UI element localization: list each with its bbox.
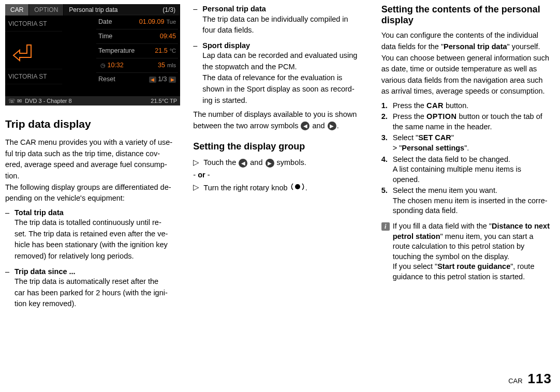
text-fragment: button or touch the tab of: [457, 112, 542, 120]
label-time: Time: [98, 32, 112, 41]
dash-bullet: –: [5, 267, 14, 310]
clock-icon: ◷: [100, 62, 106, 68]
body-text: as date, time or outside temperature as …: [381, 64, 555, 74]
text-fragment: Touch the: [203, 158, 238, 167]
text-fragment: ": [451, 133, 454, 142]
mail-icon: ✉: [17, 98, 22, 104]
item-sport-display-title: Sport display: [202, 41, 366, 51]
body-text: removed) for relatively long periods.: [14, 251, 179, 262]
bold-term: Start route guidance: [437, 262, 510, 270]
text-fragment: Select ": [393, 133, 418, 142]
text-fragment: " menu item, you can start a: [440, 232, 534, 240]
body-text: You can choose between general informati…: [381, 53, 555, 64]
tab-title: Personal trip data: [69, 6, 117, 14]
text-fragment: .: [337, 122, 339, 130]
text-fragment: and: [248, 158, 264, 167]
left-arrow-circle-icon: ◀: [239, 159, 247, 168]
tab-count: (1/3): [163, 6, 175, 14]
text-fragment: between the two arrow symbols: [193, 122, 300, 130]
text-fragment: sponding data field.: [393, 206, 458, 215]
bold-term: SET CAR: [418, 133, 451, 142]
button-caps: OPTION: [426, 112, 457, 120]
body-text: data fields for the "Personal trip data"…: [381, 42, 555, 52]
text-fragment: > ": [393, 144, 402, 152]
value-date-suffix: Tue: [166, 19, 176, 25]
prev-arrow-icon: ◀: [149, 77, 156, 83]
info-text: If you fill a data field with the "Dista…: [393, 221, 550, 282]
bold-term: Personal settings: [402, 144, 464, 152]
phone-icon: ☏: [8, 98, 16, 104]
pcm-screenshot: CAR OPTION Personal trip data (1/3) VICT…: [5, 4, 180, 105]
body-text: Lap data can be recorded and evaluated u…: [202, 51, 366, 61]
body-text: four data fields.: [202, 25, 366, 36]
next-arrow-icon: ▶: [169, 77, 176, 83]
body-text: various data fields from the navigation …: [381, 76, 555, 86]
text-fragment: and: [310, 122, 327, 130]
bottom-status: 21.5°C TP: [151, 97, 177, 105]
heading-set-personal-display: Setting the contents of the personal dis…: [381, 4, 555, 25]
text-fragment: The chosen menu item is inserted in the …: [393, 197, 548, 205]
item-total-trip-title: Total trip data: [14, 208, 179, 218]
heading-trip-data: Trip data display: [5, 117, 179, 131]
body-text: shown in the Sport display as soon as re…: [202, 84, 366, 95]
turn-left-arrow-icon: [11, 41, 36, 66]
body-text: The CAR menu provides you with a variety…: [5, 138, 179, 148]
step-text: Select "SET CAR" > "Personal settings".: [393, 133, 555, 153]
step-text: Turn the right rotary knob .: [203, 183, 307, 194]
page-footer: CAR 113: [508, 370, 552, 388]
body-text: the stopwatch and the PCM.: [202, 62, 366, 72]
text-fragment: Press the: [393, 112, 426, 120]
body-text: The following display groups are differe…: [5, 183, 179, 193]
body-text: ing is started.: [202, 96, 366, 106]
button-caps: CAR: [426, 101, 444, 110]
tab-option: OPTION: [29, 4, 64, 16]
body-text: You can configure the contents of the in…: [381, 31, 555, 41]
text-fragment: symbols.: [275, 158, 306, 167]
right-arrow-circle-icon: ▶: [328, 122, 336, 130]
text-fragment: the same name in the header.: [393, 123, 492, 131]
step-text: Select the data field to be changed. A l…: [393, 155, 555, 185]
heading-set-display-group: Setting the display group: [193, 140, 366, 153]
reset-label: Reset: [98, 75, 115, 84]
step-number: 1.: [381, 101, 393, 111]
svg-point-0: [295, 184, 300, 189]
body-text: tion key removed).: [14, 299, 179, 309]
value-time: 09:45: [160, 32, 176, 41]
or-separator: - or -: [193, 170, 366, 180]
body-text: The number of displays available to you …: [193, 110, 366, 120]
body-text: car has been parked for 2 hours (with th…: [14, 288, 179, 298]
step-number: 2.: [381, 112, 393, 132]
triangle-bullet-icon: ▷: [193, 183, 203, 194]
text-fragment: Select the data field to be changed.: [393, 155, 510, 163]
value-eta: 10:32: [107, 62, 123, 69]
step-number: 3.: [381, 133, 393, 153]
body-text: The trip data can be individually compil…: [202, 14, 366, 25]
text-fragment: button.: [444, 101, 468, 110]
value-date: 01.09.09: [139, 18, 165, 25]
body-text: tion.: [5, 171, 179, 182]
text-fragment: ".: [464, 144, 469, 152]
value-dist-unit: mls: [167, 62, 176, 68]
step-text: Select the menu item you want. The chose…: [393, 186, 555, 216]
item-trip-since-title: Trip data since ...: [14, 267, 179, 277]
body-text: between the two arrow symbols ◀ and ▶.: [193, 121, 366, 131]
dash-bullet: –: [5, 208, 14, 263]
text-fragment: If you fill a data field with the ": [393, 222, 492, 230]
text-fragment: .: [305, 183, 307, 191]
text-fragment: " yourself.: [507, 42, 540, 51]
text-fragment: data fields for the ": [381, 42, 444, 51]
route-stop-1: VICTORIA ST: [5, 17, 62, 32]
tab-title-bar: Personal trip data (1/3): [64, 4, 180, 16]
label-temp: Temperature: [98, 47, 135, 55]
footer-section: CAR: [508, 376, 522, 386]
step-text: Press the OPTION button or touch the tab…: [393, 112, 555, 132]
tab-car: CAR: [5, 4, 29, 16]
body-text: ered, average speed and average fuel con…: [5, 160, 179, 170]
text-fragment: If you select ": [393, 262, 438, 270]
text-fragment: Press the: [393, 101, 426, 110]
value-dist: 35: [158, 62, 165, 69]
route-stop-2: VICTORIA ST: [5, 69, 62, 84]
item-personal-trip-title: Personal trip data: [202, 4, 366, 14]
text-fragment: guidance to this petrol station is start…: [393, 273, 525, 281]
step-number: 4.: [381, 155, 393, 185]
